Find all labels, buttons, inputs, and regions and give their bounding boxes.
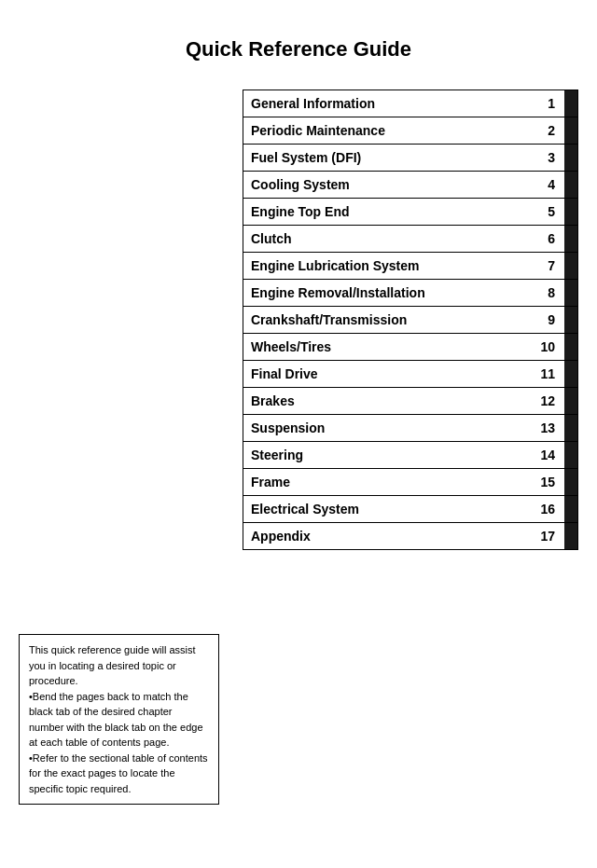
chapter-tab [564, 361, 577, 387]
toc-label: Engine Removal/Installation [243, 280, 527, 306]
chapter-tab [564, 415, 577, 441]
toc-number: 10 [527, 334, 564, 360]
toc-number: 5 [527, 199, 564, 225]
toc-row[interactable]: Clutch6 [243, 225, 578, 252]
toc-row[interactable]: Electrical System16 [243, 495, 578, 522]
toc-label: Final Drive [243, 361, 527, 387]
toc-number: 3 [527, 145, 564, 171]
toc-row[interactable]: Final Drive11 [243, 360, 578, 387]
toc-label: Cooling System [243, 172, 527, 198]
toc-number: 17 [527, 523, 564, 549]
chapter-tab [564, 172, 577, 198]
toc-row[interactable]: Brakes12 [243, 387, 578, 414]
toc-label: Fuel System (DFI) [243, 145, 527, 171]
toc-label: Engine Top End [243, 199, 527, 225]
toc-row[interactable]: Engine Lubrication System7 [243, 252, 578, 279]
toc-number: 13 [527, 415, 564, 441]
toc-label: Engine Lubrication System [243, 253, 527, 279]
toc-number: 4 [527, 172, 564, 198]
chapter-tab [564, 253, 577, 279]
toc-label: Brakes [243, 388, 527, 414]
toc-container: General Information1Periodic Maintenance… [243, 90, 578, 550]
toc-row[interactable]: Fuel System (DFI)3 [243, 144, 578, 171]
toc-row[interactable]: Engine Top End5 [243, 198, 578, 225]
toc-row[interactable]: General Information1 [243, 90, 578, 117]
toc-label: Clutch [243, 226, 527, 252]
chapter-tab [564, 334, 577, 360]
toc-label: Crankshaft/Transmission [243, 307, 527, 333]
toc-number: 7 [527, 253, 564, 279]
toc-number: 6 [527, 226, 564, 252]
toc-row[interactable]: Frame15 [243, 468, 578, 495]
sidebar-text-line: •Refer to the sectional table of content… [29, 752, 208, 794]
chapter-tab [564, 496, 577, 522]
toc-label: Frame [243, 469, 527, 495]
toc-number: 9 [527, 307, 564, 333]
chapter-tab [564, 442, 577, 468]
toc-number: 11 [527, 361, 564, 387]
toc-label: Appendix [243, 523, 527, 549]
toc-label: Wheels/Tires [243, 334, 527, 360]
sidebar-note: This quick reference guide will assist y… [19, 634, 219, 805]
toc-label: General Information [243, 90, 527, 117]
page-title: Quick Reference Guide [0, 0, 597, 90]
toc-label: Electrical System [243, 496, 527, 522]
chapter-tab [564, 307, 577, 333]
toc-row[interactable]: Crankshaft/Transmission9 [243, 306, 578, 333]
toc-label: Periodic Maintenance [243, 117, 527, 144]
sidebar-text-line: •Bend the pages back to match the black … [29, 691, 203, 749]
chapter-tab [564, 523, 577, 549]
toc-row[interactable]: Steering14 [243, 441, 578, 468]
sidebar-text-line: This quick reference guide will assist y… [29, 644, 196, 686]
toc-number: 14 [527, 442, 564, 468]
toc-label: Suspension [243, 415, 527, 441]
chapter-tab [564, 117, 577, 144]
toc-number: 2 [527, 117, 564, 144]
toc-number: 1 [527, 90, 564, 117]
chapter-tab [564, 145, 577, 171]
toc-number: 12 [527, 388, 564, 414]
toc-label: Steering [243, 442, 527, 468]
toc-row[interactable]: Cooling System4 [243, 171, 578, 198]
chapter-tab [564, 280, 577, 306]
chapter-tab [564, 469, 577, 495]
chapter-tab [564, 199, 577, 225]
chapter-tab [564, 226, 577, 252]
toc-number: 8 [527, 280, 564, 306]
chapter-tab [564, 388, 577, 414]
toc-number: 15 [527, 469, 564, 495]
toc-row[interactable]: Wheels/Tires10 [243, 333, 578, 360]
toc-number: 16 [527, 496, 564, 522]
toc-row[interactable]: Engine Removal/Installation8 [243, 279, 578, 306]
toc-row[interactable]: Periodic Maintenance2 [243, 117, 578, 144]
chapter-tab [564, 90, 577, 117]
toc-row[interactable]: Suspension13 [243, 414, 578, 441]
toc-row[interactable]: Appendix17 [243, 522, 578, 550]
